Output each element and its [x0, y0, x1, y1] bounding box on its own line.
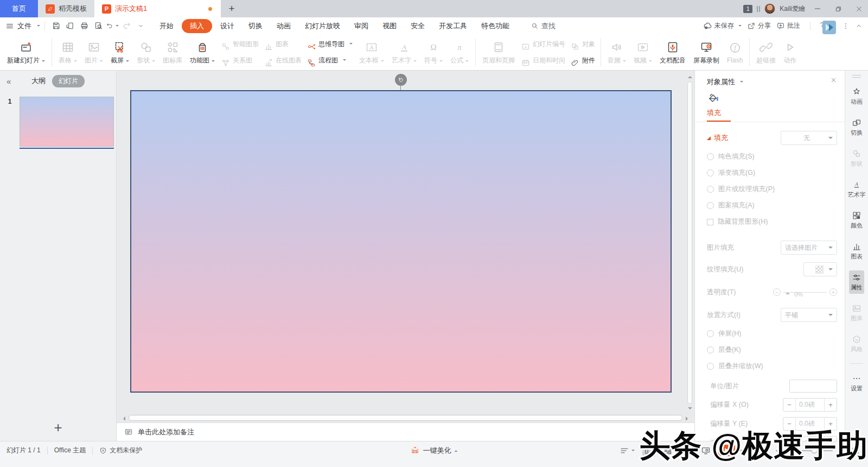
new-tab-button[interactable]: +: [221, 0, 242, 17]
ribbon-button-8-1[interactable]: 关系图: [221, 53, 259, 67]
customize-qat-button[interactable]: [134, 20, 147, 33]
ribbon-button-9-1[interactable]: 在线图表: [264, 53, 302, 67]
ribbon-button-8-0[interactable]: 智能图形: [221, 37, 259, 51]
scroll-right-icon[interactable]: [686, 416, 690, 421]
transparency-minus-icon[interactable]: −: [773, 288, 781, 296]
horizontal-scroll-thumb[interactable]: [129, 415, 682, 421]
print-preview-button[interactable]: [92, 20, 105, 33]
notes-toggle-button[interactable]: [618, 445, 636, 457]
fill-radio-3[interactable]: 图案填充(A): [707, 201, 845, 210]
tab-outline[interactable]: 大纲: [31, 76, 46, 86]
menu-item-0[interactable]: 开始: [152, 19, 181, 33]
ribbon-button-10-0[interactable]: 思维导图: [307, 37, 353, 51]
tab-slides[interactable]: 幻灯片: [52, 75, 85, 87]
hide-background-checkbox[interactable]: 隐藏背景图形(H): [707, 217, 845, 226]
menu-item-9[interactable]: 开发工具: [432, 19, 474, 33]
ribbon-button-18-1[interactable]: 附件: [571, 53, 595, 67]
ribbon-button-7[interactable]: 功能图: [186, 36, 219, 68]
horizontal-scrollbar[interactable]: [120, 415, 691, 422]
unit-picture-input[interactable]: [789, 380, 837, 393]
vertical-scrollbar[interactable]: [686, 74, 693, 412]
stepper-0[interactable]: − 0.0磅 +: [783, 398, 837, 412]
vertical-scroll-thumb[interactable]: [687, 81, 692, 404]
ribbon-button-5[interactable]: 形状: [133, 36, 159, 68]
notes-bar[interactable]: 单击此处添加备注: [117, 422, 694, 441]
undo-button[interactable]: [106, 20, 119, 33]
ribbon-button-17-1[interactable]: 日期和时间: [521, 53, 565, 67]
fill-radio-2[interactable]: 图片或纹理填充(P): [707, 185, 845, 194]
rotate-handle[interactable]: [395, 74, 407, 86]
ribbon-button-13[interactable]: Ω符号: [420, 36, 446, 68]
scroll-down-icon[interactable]: [688, 407, 692, 412]
protection-status[interactable]: 文档未保护: [99, 446, 142, 455]
close-panel-button[interactable]: [830, 76, 837, 84]
menu-item-7[interactable]: 视图: [375, 19, 404, 33]
menu-item-8[interactable]: 安全: [404, 19, 432, 33]
collapse-ribbon-button[interactable]: [855, 22, 863, 30]
placement-radio-0[interactable]: 伸展(H): [707, 329, 845, 338]
ribbon-button-9-0[interactable]: 图表: [264, 37, 302, 51]
print-button[interactable]: [78, 20, 91, 33]
menu-item-10[interactable]: 特色功能: [474, 19, 516, 33]
export-button[interactable]: [63, 20, 76, 33]
tab-home[interactable]: 首页: [0, 0, 38, 17]
menu-item-1[interactable]: 插入: [182, 19, 212, 33]
save-button[interactable]: [49, 20, 62, 33]
menu-item-5[interactable]: 幻灯片放映: [298, 19, 347, 33]
transparency-slider[interactable]: − 0% +: [773, 284, 837, 300]
share-button[interactable]: 分享: [747, 21, 771, 30]
ribbon-button-3[interactable]: 图片: [81, 36, 107, 68]
save-status-button[interactable]: 未保存: [703, 21, 742, 30]
menu-item-2[interactable]: 设计: [213, 19, 241, 33]
side-tool-4[interactable]: 颜色: [849, 209, 864, 232]
placement-select[interactable]: 平铺: [781, 308, 837, 322]
file-menu-button[interactable]: 文件: [5, 21, 40, 31]
ribbon-button-26[interactable]: 超链接: [752, 36, 780, 68]
tab-docer-templates[interactable]: 稻壳模板: [38, 0, 94, 17]
assistant-logo-icon[interactable]: [822, 20, 837, 35]
slide-canvas[interactable]: [117, 71, 694, 415]
restore-button[interactable]: [830, 0, 846, 17]
texture-fill-select[interactable]: [803, 262, 837, 276]
stepper-minus-icon[interactable]: −: [783, 399, 795, 411]
ribbon-button-10-1[interactable]: 流程图: [307, 53, 353, 67]
theme-name[interactable]: Office 主题: [54, 446, 86, 455]
scroll-left-icon[interactable]: [121, 416, 125, 421]
comment-button[interactable]: 批注: [776, 21, 800, 30]
task-count-badge[interactable]: 1: [743, 5, 752, 13]
tab-fill[interactable]: 填充: [707, 108, 721, 118]
side-tool-2[interactable]: 形状: [849, 147, 864, 170]
ribbon-button-6[interactable]: 图标库: [159, 36, 186, 68]
add-slide-button[interactable]: +: [0, 420, 116, 434]
fill-bucket-icon[interactable]: [707, 92, 845, 105]
transparency-thumb[interactable]: [786, 290, 790, 294]
ribbon-button-2[interactable]: 表格: [55, 36, 81, 68]
tab-document-active[interactable]: P 演示文稿1: [94, 0, 221, 17]
fill-type-select[interactable]: 无: [781, 131, 837, 145]
ribbon-button-16[interactable]: 页眉和页脚: [478, 36, 519, 68]
redo-button[interactable]: [120, 20, 133, 33]
stepper-plus-icon[interactable]: +: [825, 399, 837, 411]
side-tool-6[interactable]: 属性: [849, 270, 864, 294]
side-tool-10[interactable]: 设置: [849, 371, 864, 395]
side-tool-0[interactable]: 动画: [849, 85, 864, 108]
side-tool-3[interactable]: A 艺术字: [846, 178, 867, 201]
ribbon-button-12[interactable]: A艺术字: [388, 36, 420, 68]
ribbon-button-22[interactable]: 文档配音: [656, 36, 690, 68]
close-window-button[interactable]: [851, 0, 867, 17]
side-tool-7[interactable]: 图库: [849, 301, 864, 325]
placement-radio-2[interactable]: 层叠并缩放(W): [707, 362, 845, 371]
menu-item-4[interactable]: 动画: [270, 19, 298, 33]
minimize-button[interactable]: [809, 0, 826, 17]
ribbon-button-23[interactable]: 屏幕录制: [690, 36, 723, 68]
menu-item-6[interactable]: 审阅: [347, 19, 375, 33]
beautify-button[interactable]: 一键美化: [411, 446, 458, 456]
ribbon-button-21[interactable]: 视频: [630, 36, 656, 68]
section-collapse-icon[interactable]: [707, 136, 711, 140]
ribbon-button-14[interactable]: π公式: [446, 36, 473, 68]
ribbon-button-17-0[interactable]: #幻灯片编号: [521, 37, 565, 51]
ribbon-button-27[interactable]: 动作: [780, 36, 800, 68]
avatar[interactable]: [764, 3, 775, 14]
slide-thumbnail[interactable]: [20, 97, 114, 147]
side-toolbar-handle[interactable]: [852, 75, 861, 78]
